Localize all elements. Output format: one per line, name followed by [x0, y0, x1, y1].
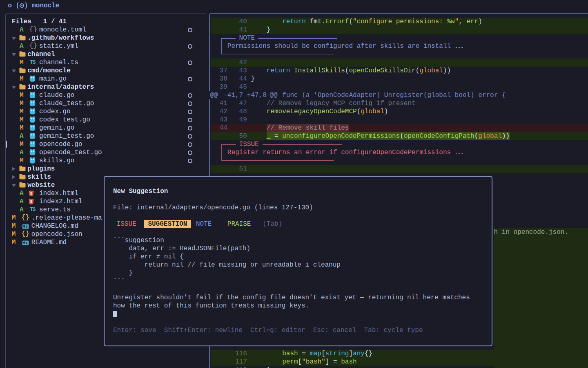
svg-text:5: 5 [30, 191, 32, 195]
svg-text:5: 5 [30, 200, 32, 204]
